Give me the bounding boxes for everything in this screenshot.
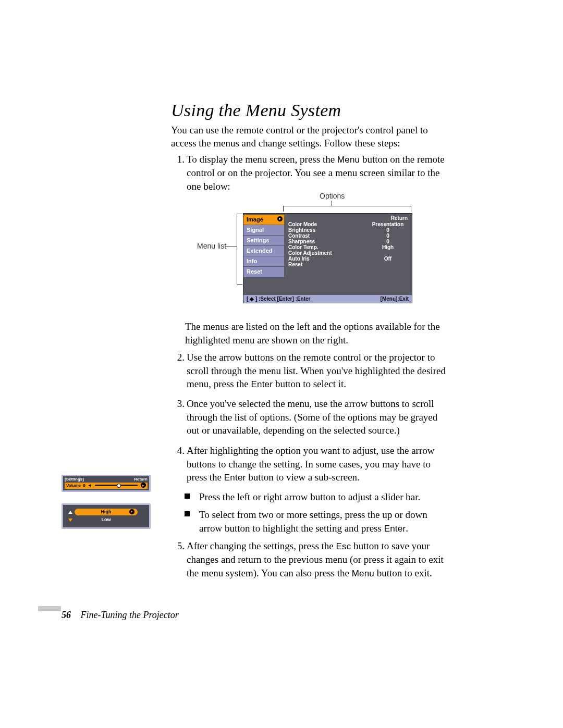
option-row: Contrast0: [288, 233, 409, 239]
option-value: Off: [367, 256, 409, 262]
option-low: Low: [75, 516, 138, 523]
option-high: High: [75, 509, 138, 515]
step-body: Use the arrow buttons on the remote cont…: [185, 351, 452, 391]
option-value: 0: [367, 227, 409, 233]
slider-track: [95, 485, 138, 486]
osd-menu-screenshot: Image Signal Settings Extended Info Rese…: [243, 213, 412, 303]
volume-slider: Volume 0 ◄ ►: [65, 483, 148, 489]
option-row: Auto IrisOff: [288, 256, 409, 262]
osd-help-bar: [ ◆ ] :Select [Enter] :Enter [Menu]:Exit: [243, 295, 412, 303]
enter-button-text: Enter: [224, 473, 246, 483]
frame: [Settings] Return Volume 0 ◄ ►: [62, 475, 151, 492]
menu-screenshot-diagram: Options Menu list Image Signal Settings …: [171, 189, 442, 309]
volume-value: 0: [83, 483, 85, 488]
menu-button-text: Menu: [352, 569, 374, 578]
option-key: Auto Iris: [288, 256, 367, 262]
arrow-left-icon: ◄: [88, 483, 92, 488]
step-number: 3.: [171, 397, 185, 411]
enter-button-text: Enter: [251, 379, 273, 389]
menu-item-settings: Settings: [243, 236, 284, 246]
option-row: Color Adjustment: [288, 250, 409, 256]
square-bullet-icon: [185, 493, 190, 499]
step-number: 5.: [171, 539, 185, 553]
osd-options-panel: Return Color ModePresentation Brightness…: [284, 214, 412, 295]
option-value: 0: [367, 233, 409, 239]
menu-list-callout-bracket: [237, 214, 242, 285]
menu-item-signal: Signal: [243, 225, 284, 236]
header-right: Return: [134, 477, 148, 482]
enter-icon: [277, 216, 283, 221]
option-row: Color Temp.High: [288, 244, 409, 250]
callout-line: [225, 246, 237, 246]
option-value: 0: [367, 239, 409, 244]
osd-return-label: Return: [288, 215, 409, 221]
chapter-title: Fine-Tuning the Projector: [81, 610, 179, 620]
option-key: Contrast: [288, 233, 367, 239]
text: After changing the settings, press the: [187, 540, 336, 551]
step-number: 4.: [171, 444, 185, 458]
esc-button-text: Esc: [336, 541, 351, 551]
manual-page: Using the Menu System You can use the re…: [0, 0, 563, 728]
volume-label: Volume: [66, 483, 81, 488]
step-number: 2.: [171, 351, 185, 364]
step-4: 4. After highlighting the option you wan…: [171, 444, 452, 484]
frame: High Low: [62, 503, 151, 529]
text: .: [406, 523, 408, 534]
option-key: Sharpness: [288, 239, 367, 244]
option-key: Brightness: [288, 227, 367, 233]
option-value: [367, 250, 409, 256]
page-number: 56: [62, 610, 71, 620]
help-bar-right: [Menu]:Exit: [381, 296, 409, 302]
menu-item-info: Info: [243, 256, 284, 267]
callout-tick: [332, 201, 332, 206]
header: [Settings] Return: [63, 476, 149, 482]
label: High: [101, 509, 112, 514]
menu-item-image: Image: [243, 215, 284, 225]
option-key: Color Adjustment: [288, 250, 367, 256]
step-1: 1. To display the menu screen, press the…: [171, 153, 452, 193]
option-value: [367, 262, 409, 267]
header-left: [Settings]: [65, 477, 84, 482]
slider-thumb: [117, 484, 121, 488]
section-heading: Using the Menu System: [171, 101, 341, 120]
osd-body: Image Signal Settings Extended Info Rese…: [243, 214, 412, 295]
option-value: High: [367, 244, 409, 250]
menu-list-callout-label: Menu list: [197, 242, 226, 250]
options-callout-label: Options: [320, 192, 345, 200]
osd-menu-list: Image Signal Settings Extended Info Rese…: [243, 214, 284, 295]
step-5: 5. After changing the settings, press th…: [171, 539, 452, 580]
intro-paragraph: You can use the remote control or the pr…: [171, 124, 437, 150]
options-callout-bracket: [283, 206, 411, 212]
footer-rule: [38, 606, 61, 611]
help-bar-left: [ ◆ ] :Select [Enter] :Enter: [247, 296, 310, 302]
text: button to view a sub-screen.: [246, 472, 359, 483]
step-body: To display the menu screen, press the Me…: [185, 153, 452, 193]
post-diagram-paragraph: The menus are listed on the left and the…: [185, 320, 451, 347]
text: Press the left or right arrow button to …: [199, 491, 420, 502]
label: Image: [247, 216, 263, 223]
enter-button-text: Enter: [384, 524, 406, 534]
text: button to select it.: [273, 378, 346, 389]
option-row: Reset: [288, 262, 409, 267]
step-2: 2. Use the arrow buttons on the remote c…: [171, 351, 452, 391]
step-body: After highlighting the option you want t…: [185, 444, 452, 484]
page-footer: 56 Fine-Tuning the Projector: [62, 610, 179, 621]
square-bullet-icon: [185, 511, 190, 516]
bullet-2: To select from two or more settings, pre…: [199, 508, 449, 535]
option-row: Sharpness0: [288, 239, 409, 244]
menu-item-reset: Reset: [243, 267, 284, 277]
volume-slider-screenshot: [Settings] Return Volume 0 ◄ ►: [62, 475, 151, 492]
enter-icon: [129, 509, 134, 514]
option-key: Reset: [288, 262, 367, 267]
step-3: 3. Once you've selected the menu, use th…: [171, 397, 452, 437]
bullet-1: Press the left or right arrow button to …: [199, 490, 449, 504]
option-key: Color Mode: [288, 221, 367, 227]
step-number: 1.: [171, 153, 185, 166]
step-body: After changing the settings, press the E…: [185, 539, 452, 580]
step-body: Once you've selected the menu, use the a…: [185, 397, 452, 437]
high-low-option-screenshot: High Low: [62, 503, 151, 529]
osd-frame: Image Signal Settings Extended Info Rese…: [243, 213, 412, 303]
option-row: Brightness0: [288, 227, 409, 233]
menu-button-text: Menu: [337, 155, 360, 165]
text: To display the menu screen, press the: [187, 154, 337, 165]
